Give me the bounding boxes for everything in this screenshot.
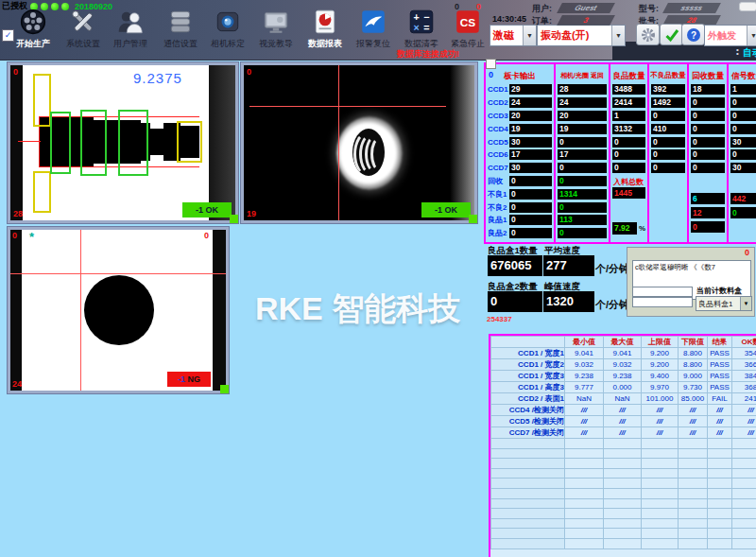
alarm-reset-button[interactable]: 报警复位 bbox=[348, 8, 399, 50]
value-display: 24 bbox=[509, 97, 552, 108]
row-label: 良品2 bbox=[488, 228, 509, 238]
table-row: CCD4 /检测关闭////////////////// bbox=[491, 405, 756, 416]
stats-row: 0 bbox=[558, 175, 607, 188]
result-cell: 368 bbox=[732, 382, 756, 393]
result-cell: /// bbox=[708, 427, 732, 439]
stats-panel-signal-count: 信号数量 1000300304420 bbox=[727, 62, 756, 244]
stats-row: CCD419 bbox=[488, 122, 552, 135]
user-label: 用户: bbox=[532, 3, 552, 15]
panel-status-square bbox=[220, 385, 229, 393]
value-display: 0 bbox=[730, 149, 756, 160]
stats-row: 3132 bbox=[612, 122, 645, 135]
value-display: 1 bbox=[612, 111, 645, 121]
table-row-empty bbox=[491, 498, 756, 509]
value-display: 0 bbox=[509, 189, 552, 200]
result-cell: 9.200 bbox=[642, 348, 679, 359]
value-display: 24 bbox=[558, 97, 607, 108]
result-cell: 9.032 bbox=[565, 359, 604, 371]
data-report-button[interactable]: 数据报表 bbox=[300, 8, 351, 50]
input-field-1[interactable] bbox=[632, 287, 693, 297]
stats-row: 0 bbox=[558, 227, 607, 240]
row-label: CCD6 bbox=[488, 150, 509, 159]
current-box-combo[interactable]: 良品料盒1 ▼ bbox=[696, 296, 752, 311]
user-value: Guest bbox=[557, 3, 615, 13]
estop-counter-left: 0 bbox=[455, 2, 459, 11]
result-cell: /// bbox=[732, 427, 756, 439]
roi-box-green bbox=[80, 110, 107, 176]
frame-counter-top: 0 bbox=[247, 67, 251, 77]
chevron-down-icon[interactable]: ▼ bbox=[611, 26, 625, 45]
settings-gear-button[interactable] bbox=[636, 24, 660, 45]
film-reel-icon bbox=[19, 8, 47, 36]
result-cell: /// bbox=[732, 405, 756, 416]
row-label: CCD4 bbox=[488, 125, 509, 133]
value-display: 2414 bbox=[612, 97, 645, 108]
results-table[interactable]: 最小值最大值上限值下限值结果OK数 CCD1 / 宽度19.0419.0419.… bbox=[489, 334, 756, 557]
stats-row: 18 bbox=[691, 83, 725, 96]
result-cell: /// bbox=[565, 427, 604, 439]
input-field-2[interactable] bbox=[632, 297, 693, 307]
stats-panel-bad-count: 不良品数量 39214920410000 bbox=[647, 62, 689, 244]
vibrator-combo[interactable]: 振动盘(开) ▼ bbox=[537, 25, 626, 46]
table-row-empty bbox=[491, 529, 756, 539]
yield-rate-unit: % bbox=[639, 224, 645, 233]
stats-row: 1 bbox=[730, 83, 756, 96]
stats-row: 0 bbox=[558, 162, 607, 175]
counting-groupbox: 0 c歌储翠返穆明晰 《《数7 当前计数料盒 良品料盒1 ▼ bbox=[627, 247, 755, 317]
chevron-down-icon[interactable]: ▼ bbox=[740, 297, 751, 310]
value-display: 1314 bbox=[558, 189, 607, 200]
stats-checkbox[interactable] bbox=[486, 59, 496, 69]
camera-view-2[interactable]: 0 19 -1 OK bbox=[241, 62, 477, 223]
status-message: 数据库连接成功! bbox=[397, 48, 459, 61]
results-header: 上限值 bbox=[642, 337, 679, 348]
result-cell: /// bbox=[679, 405, 708, 416]
table-row-empty bbox=[491, 518, 756, 529]
stats-row: 0 bbox=[651, 110, 685, 123]
system-settings-button[interactable]: 系统设置 bbox=[58, 8, 109, 50]
estop-counter-right: 0 bbox=[476, 2, 481, 11]
camera-view-3[interactable]: * 0 0 24 -1 NG bbox=[8, 227, 229, 393]
camera-calibration-button[interactable]: 相机标定 bbox=[202, 8, 253, 50]
result-cell: 9.730 bbox=[679, 382, 708, 393]
minimize-button[interactable] bbox=[739, 2, 756, 11]
stats-row: 0 bbox=[691, 96, 725, 110]
value-display: 0 bbox=[691, 124, 725, 134]
extra-counter: 0 bbox=[691, 221, 725, 233]
crosshair-horizontal bbox=[10, 273, 226, 274]
chevron-down-icon[interactable]: ▼ bbox=[523, 26, 536, 45]
check-icon bbox=[664, 27, 679, 43]
stats-row: CCD730 bbox=[488, 162, 552, 175]
emergency-stop-button[interactable]: CS 紧急停止 bbox=[442, 8, 493, 50]
image-edge-bar bbox=[10, 65, 23, 220]
trigger-mode-combo[interactable]: 外触发 ▼ bbox=[704, 25, 756, 46]
stats-row: 0 bbox=[730, 96, 756, 110]
chevron-down-icon[interactable]: ▼ bbox=[747, 26, 756, 45]
row-label: CCD5 bbox=[488, 138, 509, 147]
data-clear-button[interactable]: +−×= 数据清零 bbox=[396, 8, 447, 50]
magnet-combo[interactable]: 激磁 ▼ bbox=[490, 25, 537, 46]
result-cell: /// bbox=[642, 405, 679, 416]
comm-settings-button[interactable]: 通信设置 bbox=[155, 8, 206, 50]
frame-counter-top: 0 bbox=[13, 67, 18, 77]
result-cell: FAIL bbox=[708, 393, 732, 405]
value-display: 0 bbox=[509, 228, 552, 238]
value-display: 0 bbox=[691, 111, 725, 121]
table-row: CCD1 / 宽度19.0419.0419.2008.800PASS354 bbox=[491, 348, 756, 359]
result-cell: 9.400 bbox=[642, 371, 679, 382]
stats-row: 0 bbox=[691, 148, 725, 162]
table-row: CCD1 / 宽度39.2389.2389.4009.000PASS384 bbox=[491, 371, 756, 382]
confirm-button[interactable] bbox=[660, 24, 683, 45]
stats-panel-camera-return: 相机/光圈 返回 2824201901700131401130 bbox=[554, 62, 610, 244]
row-label: 不良1 bbox=[488, 189, 509, 200]
stats-panel-recycle-count: 回收数量 180000006120 bbox=[687, 62, 729, 244]
svg-text:CS: CS bbox=[460, 16, 475, 28]
result-badge: -1 NG bbox=[167, 372, 211, 387]
feed-total-label: 入料总数 bbox=[613, 177, 644, 187]
help-button[interactable]: ? bbox=[681, 24, 705, 45]
camera-view-1[interactable]: 9.2375 0 28 -1 OK bbox=[8, 62, 238, 223]
stats-row: 不良20 bbox=[488, 200, 552, 214]
vision-teaching-button[interactable]: 视觉教导 bbox=[250, 8, 301, 50]
stats-row: 410 bbox=[651, 122, 685, 135]
user-management-button[interactable]: 用户管理 bbox=[105, 8, 156, 50]
start-production-button[interactable]: 开始生产 bbox=[8, 8, 59, 50]
